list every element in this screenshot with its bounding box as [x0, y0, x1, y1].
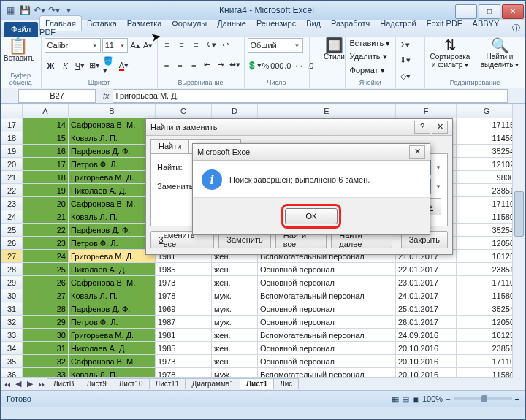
column-header[interactable]: F	[396, 104, 457, 118]
table-row[interactable]: 3027Коваль Л. П.1978муж.Вспомогательный …	[1, 289, 517, 302]
cell[interactable]: Вспомогательный персонал	[258, 329, 396, 342]
cell[interactable]: 19	[23, 184, 69, 197]
cell[interactable]: 17	[23, 158, 69, 171]
close-button[interactable]: ✕	[502, 4, 524, 19]
sheet-tab[interactable]: Лис	[273, 378, 299, 389]
wrap-text-icon[interactable]: ↩	[219, 38, 232, 51]
cell[interactable]: 23851	[457, 263, 517, 276]
format-cells-button[interactable]: Формат ▾	[348, 65, 392, 76]
merge-icon[interactable]: ⬌▾	[229, 58, 241, 72]
dialog-close-button[interactable]: ✕	[432, 121, 448, 134]
ribbon-tab[interactable]: Надстрой	[375, 16, 421, 31]
cell[interactable]: жен.	[212, 342, 258, 355]
cell[interactable]: Григорьева М. Д.	[69, 329, 156, 342]
align-top-icon[interactable]: ≡	[161, 38, 174, 51]
cell[interactable]: 12050	[457, 237, 517, 250]
cell[interactable]: 11580	[457, 289, 517, 302]
select-all-corner[interactable]	[1, 104, 23, 118]
indent-inc-icon[interactable]: ⇥	[215, 58, 227, 72]
zoom-out-button[interactable]: −	[446, 394, 450, 403]
cell[interactable]: 1978	[156, 289, 212, 302]
cell[interactable]: жен.	[212, 276, 258, 289]
sheet-tab[interactable]: Лист9	[80, 378, 113, 389]
cell[interactable]: 31	[23, 342, 69, 355]
sheet-tab[interactable]: Лист1	[240, 378, 274, 389]
row-header[interactable]: 24	[1, 210, 23, 224]
cell[interactable]: Сафронова В. М.	[69, 355, 156, 368]
row-header[interactable]: 19	[1, 145, 23, 158]
fill-color-button[interactable]: 🪣▾	[103, 59, 116, 72]
cell[interactable]: Парфенов Д. Ф.	[69, 302, 156, 316]
zoom-in-button[interactable]: +	[515, 394, 519, 403]
cell[interactable]: Сафронова В. М.	[69, 118, 156, 131]
row-header[interactable]: 22	[1, 184, 23, 197]
cell[interactable]: 20.10.2016	[396, 355, 457, 368]
sheet-nav-next-icon[interactable]: ▶	[24, 379, 36, 389]
ribbon-tab[interactable]: Foxit PDF	[422, 16, 468, 31]
sheet-tab[interactable]: Диаграмма1	[185, 378, 240, 389]
cell[interactable]: Сафронова В. М.	[69, 276, 156, 289]
grow-font-icon[interactable]: A▴	[129, 39, 141, 52]
cell[interactable]: 9800	[457, 171, 517, 184]
ribbon-tab[interactable]: Вставка	[82, 16, 122, 31]
align-center-icon[interactable]: ≡	[174, 58, 186, 72]
cell[interactable]: 28	[23, 302, 69, 316]
cell[interactable]: 20.10.2016	[396, 342, 457, 355]
row-header[interactable]: 21	[1, 171, 23, 184]
cell[interactable]: 26.01.2017	[396, 316, 457, 329]
cell[interactable]: Николаев А. Д.	[69, 184, 156, 197]
column-header[interactable]: C	[156, 104, 212, 118]
cell[interactable]: 1981	[156, 329, 212, 342]
zoom-level[interactable]: 100%	[422, 394, 443, 403]
save-icon[interactable]: 💾	[18, 4, 31, 17]
font-name-combo[interactable]: Calibri▼	[45, 38, 101, 53]
insert-cells-button[interactable]: Вставить ▾	[348, 38, 392, 49]
row-header[interactable]: 26	[1, 237, 23, 250]
row-header[interactable]: 34	[1, 342, 23, 355]
formula-bar[interactable]: Григорьева М. Д.	[113, 89, 508, 103]
ribbon-tab[interactable]: Формулы	[167, 16, 212, 31]
cell[interactable]: Парфенов Д. Ф.	[69, 224, 156, 237]
cell[interactable]: Парфенов Д. Ф.	[69, 145, 156, 158]
row-header[interactable]: 18	[1, 131, 23, 145]
cell[interactable]: 17110	[457, 197, 517, 210]
cell[interactable]: 12050	[457, 316, 517, 329]
cell[interactable]: Основной персонал	[258, 263, 396, 276]
cell[interactable]: муж.	[212, 316, 258, 329]
cell[interactable]: 15	[23, 131, 69, 145]
cell[interactable]: Основной персонал	[258, 302, 396, 316]
cell[interactable]: 1985	[156, 342, 212, 355]
cell[interactable]: Вспомогательный персонал	[258, 289, 396, 302]
autosum-icon[interactable]: Σ▾	[399, 38, 412, 51]
row-header[interactable]: 33	[1, 329, 23, 342]
cell[interactable]: Петров Ф. Л.	[69, 237, 156, 250]
cell[interactable]: 26	[23, 276, 69, 289]
sheet-tab[interactable]: Лист10	[113, 378, 150, 389]
cell[interactable]: 1969	[156, 302, 212, 316]
align-bot-icon[interactable]: ≡	[190, 38, 203, 51]
cell[interactable]: 12102	[457, 158, 517, 171]
cell[interactable]: 32	[23, 355, 69, 368]
cell[interactable]: Коваль Л. П.	[69, 210, 156, 224]
cell[interactable]: 11580	[457, 210, 517, 224]
cell[interactable]: жен.	[212, 329, 258, 342]
italic-button[interactable]: К	[59, 59, 72, 72]
view-break-icon[interactable]: ▣	[412, 394, 419, 404]
orientation-icon[interactable]: ⤹▾	[205, 38, 218, 51]
tab-find[interactable]: Найти	[150, 139, 189, 153]
cell[interactable]: 23851	[457, 184, 517, 197]
row-header[interactable]: 20	[1, 158, 23, 171]
fx-icon[interactable]: fx	[103, 91, 110, 100]
cell[interactable]: Николаев А. Д.	[69, 342, 156, 355]
cell[interactable]: 35254	[457, 145, 517, 158]
table-row[interactable]: 3128Парфенов Д. Ф.1969муж.Основной персо…	[1, 302, 517, 316]
table-row[interactable]: 3532Сафронова В. М.1973жен.Основной перс…	[1, 355, 517, 368]
ribbon-tab[interactable]: Разметка	[122, 16, 167, 31]
cell[interactable]: муж.	[212, 302, 258, 316]
ok-button[interactable]: ОК	[285, 208, 338, 224]
cell[interactable]: 24.01.2017	[396, 289, 457, 302]
cell[interactable]: 23	[23, 237, 69, 250]
vertical-scrollbar[interactable]	[512, 104, 525, 390]
horizontal-scrollbar[interactable]: ⏮ ◀ ▶ ⏭ ЛистВЛист9Лист10Лист11Диаграмма1…	[1, 377, 513, 390]
sheet-nav-last-icon[interactable]: ⏭	[36, 380, 47, 389]
